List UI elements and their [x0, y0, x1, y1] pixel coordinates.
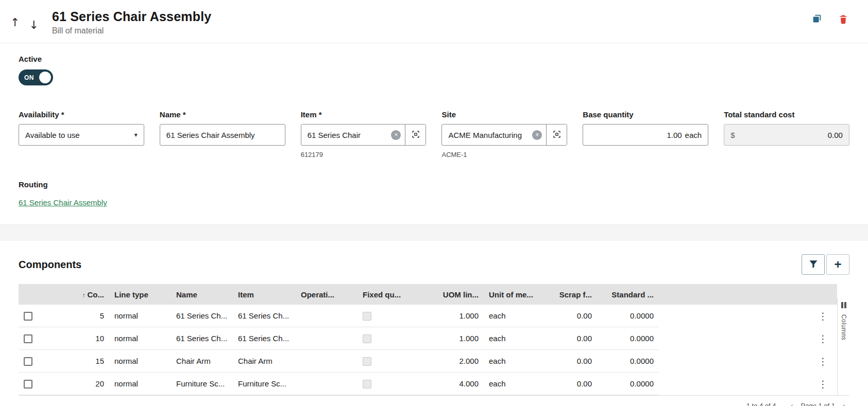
- page-header: ↑ ↓ 61 Series Chair Assembly Bill of mat…: [0, 0, 868, 43]
- standard-cost-cell[interactable]: 0.0000: [597, 311, 659, 320]
- item-cell[interactable]: Chair Arm: [233, 357, 296, 365]
- name-cell[interactable]: 61 Series Ch...: [171, 311, 233, 320]
- col-header-unit[interactable]: Unit of me...: [484, 290, 538, 299]
- unit-cell[interactable]: each: [484, 334, 538, 343]
- component-no-cell[interactable]: 20: [47, 379, 109, 388]
- uom-line-cell[interactable]: 1.000: [419, 334, 484, 343]
- col-header-operation[interactable]: Operati...: [296, 290, 358, 299]
- row-checkbox[interactable]: [24, 312, 32, 321]
- availability-value: Available to use: [25, 131, 130, 139]
- base-quantity-input[interactable]: 1.00 each: [583, 124, 708, 146]
- active-toggle[interactable]: ON: [19, 69, 53, 85]
- page-title: 61 Series Chair Assembly: [52, 9, 810, 24]
- site-input[interactable]: ACME Manufacturing ×: [441, 124, 567, 146]
- availability-field: Availability * Available to use ▾: [19, 110, 144, 158]
- row-cells: 15 normal Chair Arm Chair Arm 2.000 each…: [19, 350, 659, 373]
- scrap-cell[interactable]: 0.00: [538, 379, 597, 388]
- fixed-qty-checkbox[interactable]: [363, 380, 371, 389]
- duplicate-button[interactable]: [810, 12, 824, 26]
- uom-line-cell[interactable]: 2.000: [419, 357, 484, 365]
- row-select-cell: [19, 311, 47, 321]
- routing-link[interactable]: 61 Series Chair Assembly: [19, 198, 107, 207]
- item-cell[interactable]: Furniture Sc...: [233, 379, 296, 388]
- uom-line-cell[interactable]: 1.000: [419, 311, 484, 320]
- row-filler: [659, 350, 815, 373]
- item-clear-icon[interactable]: ×: [391, 130, 401, 140]
- component-no-cell[interactable]: 10: [47, 334, 109, 343]
- uom-line-cell[interactable]: 4.000: [419, 379, 484, 388]
- col-header-item[interactable]: Item: [233, 290, 296, 299]
- fixed-qty-checkbox[interactable]: [363, 312, 371, 321]
- component-no-cell[interactable]: 15: [47, 357, 109, 365]
- col-header-line-type[interactable]: Line type: [109, 290, 171, 299]
- line-type-cell[interactable]: normal: [109, 311, 171, 320]
- item-input[interactable]: 61 Series Chair ×: [301, 124, 427, 146]
- scrap-cell[interactable]: 0.00: [538, 357, 597, 365]
- base-quantity-label: Base quantity: [583, 110, 708, 119]
- name-cell[interactable]: Chair Arm: [171, 357, 233, 365]
- col-header-uom-line[interactable]: UOM lin...: [419, 290, 484, 299]
- col-header-name[interactable]: Name: [171, 290, 233, 299]
- next-record-button[interactable]: ↓: [29, 20, 38, 31]
- site-clear-icon[interactable]: ×: [532, 130, 542, 140]
- row-checkbox[interactable]: [24, 357, 32, 366]
- active-label: Active: [19, 55, 42, 63]
- active-block: Active ON: [19, 55, 849, 85]
- standard-cost-cell[interactable]: 0.0000: [597, 379, 659, 388]
- scrap-cell[interactable]: 0.00: [538, 311, 597, 320]
- scan-icon: [552, 130, 561, 140]
- col-header-scrap[interactable]: Scrap f...: [538, 290, 597, 299]
- row-checkbox[interactable]: [24, 380, 32, 389]
- availability-select[interactable]: Available to use ▾: [19, 124, 144, 146]
- item-cell[interactable]: 61 Series Ch...: [233, 334, 296, 343]
- unit-cell[interactable]: each: [484, 357, 538, 365]
- standard-cost-cell[interactable]: 0.0000: [597, 334, 659, 343]
- fixed-qty-checkbox[interactable]: [363, 357, 371, 366]
- item-cell[interactable]: 61 Series Ch...: [233, 311, 296, 320]
- site-lookup-button[interactable]: [546, 125, 567, 145]
- delete-button[interactable]: [837, 12, 849, 26]
- item-field: Item * 61 Series Chair × 612179: [301, 110, 427, 158]
- name-cell[interactable]: Furniture Sc...: [171, 379, 233, 388]
- item-lookup-button[interactable]: [405, 125, 426, 145]
- col-header-standard[interactable]: Standard ...: [597, 290, 659, 299]
- prev-page-icon[interactable]: ‹: [790, 401, 794, 406]
- line-type-cell[interactable]: normal: [109, 334, 171, 343]
- total-standard-cost-value: 0.00: [828, 131, 843, 139]
- fixed-qty-checkbox[interactable]: [363, 334, 371, 343]
- name-label: Name *: [160, 110, 285, 119]
- filter-button[interactable]: [802, 254, 825, 275]
- components-table: ↑Co... Line type Name Item Operati... Fi…: [19, 284, 849, 406]
- row-menu-button[interactable]: ⋮: [815, 355, 831, 368]
- chevron-down-icon: ▾: [134, 131, 138, 138]
- add-component-button[interactable]: +: [826, 254, 849, 275]
- line-type-cell[interactable]: normal: [109, 357, 171, 365]
- next-page-icon[interactable]: ›: [842, 401, 846, 406]
- scrap-cell[interactable]: 0.00: [538, 334, 597, 343]
- component-no-cell[interactable]: 5: [47, 311, 109, 320]
- unit-cell[interactable]: each: [484, 379, 538, 388]
- item-helper: 612179: [301, 151, 427, 158]
- name-input-wrap: [160, 124, 285, 146]
- table-row: 15 normal Chair Arm Chair Arm 2.000 each…: [19, 350, 849, 373]
- row-menu-button[interactable]: ⋮: [815, 309, 831, 323]
- filter-icon: [808, 259, 819, 271]
- standard-cost-cell[interactable]: 0.0000: [597, 357, 659, 365]
- site-helper: ACME-1: [441, 151, 567, 158]
- name-cell[interactable]: 61 Series Ch...: [171, 334, 233, 343]
- col-header-component-no[interactable]: ↑Co...: [47, 290, 109, 299]
- name-input[interactable]: [166, 131, 279, 139]
- scan-icon: [411, 130, 420, 140]
- row-range-text: 1 to 4 of 4: [746, 402, 776, 406]
- components-title: Components: [19, 259, 81, 271]
- col-header-fixed-qty[interactable]: Fixed qu...: [358, 290, 419, 299]
- row-menu-button[interactable]: ⋮: [815, 377, 831, 391]
- unit-cell[interactable]: each: [484, 311, 538, 320]
- row-menu-button[interactable]: ⋮: [815, 332, 831, 346]
- row-checkbox[interactable]: [24, 334, 32, 343]
- columns-panel-tab[interactable]: Columns: [837, 298, 849, 395]
- line-type-cell[interactable]: normal: [109, 379, 171, 388]
- pager: ‹ Page 1 of 1 ›: [790, 401, 847, 406]
- page-subtitle: Bill of material: [52, 26, 810, 36]
- prev-record-button[interactable]: ↑: [10, 14, 20, 31]
